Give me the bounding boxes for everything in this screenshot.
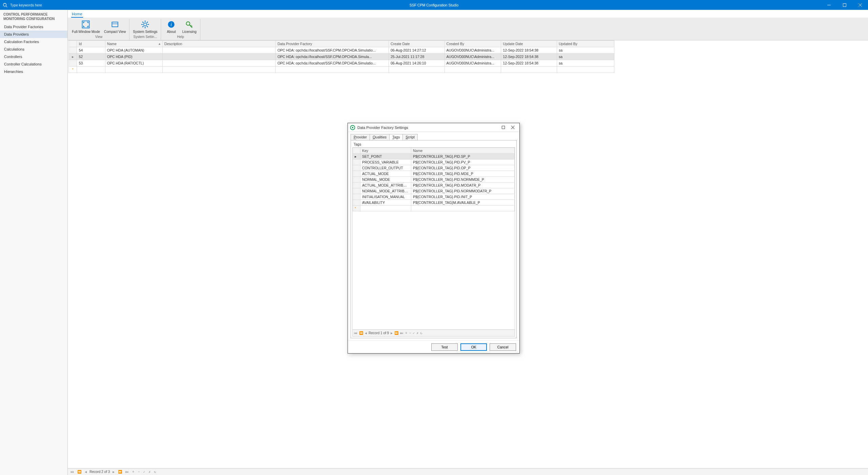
cell-created-by[interactable]: AUGOVD00NUC\Administra... bbox=[445, 60, 501, 66]
nav-commit[interactable]: ✓ bbox=[142, 470, 146, 474]
cell-update-date[interactable]: 12-Sep-2022 18:54:38 bbox=[501, 47, 557, 54]
nav-cancel[interactable]: ✗ bbox=[148, 470, 151, 474]
tags-grid[interactable]: Key Name ▸SET_POINTP${CONTROLLER_TAG}.PI… bbox=[353, 148, 515, 211]
dialog-maximize-button[interactable] bbox=[498, 124, 508, 131]
cell-created-by[interactable]: AUGOVD00NUC\Administra... bbox=[445, 47, 501, 54]
licensing-button[interactable]: Licensing bbox=[181, 19, 198, 34]
cell-updated-by[interactable]: sa bbox=[557, 54, 614, 60]
cell-name[interactable]: P${CONTROLLER_TAG}.PID.NORMMDE_P bbox=[411, 177, 515, 183]
cell-name[interactable]: P${CONTROLLER_TAG}M.AVAILABLE_P bbox=[411, 200, 515, 206]
cell-id[interactable]: 53 bbox=[77, 60, 105, 66]
nav-prev[interactable]: ◀ bbox=[84, 470, 87, 474]
col-id[interactable]: Id bbox=[77, 41, 105, 47]
ribbon-tab-home[interactable]: Home bbox=[71, 11, 83, 18]
system-settings-button[interactable]: System Settings bbox=[132, 19, 159, 34]
minimize-button[interactable] bbox=[821, 0, 837, 10]
cell-id[interactable]: 52 bbox=[77, 54, 105, 60]
cell-create-date[interactable]: 06-Aug-2021 14:26:10 bbox=[389, 60, 445, 66]
sidebar-item-calculations[interactable]: Calculations bbox=[0, 45, 67, 53]
cell-name[interactable]: P${CONTROLLER_TAG}.PID.PV_P bbox=[411, 159, 515, 165]
ok-button[interactable]: OK bbox=[460, 343, 487, 351]
nav-commit[interactable]: ✓ bbox=[413, 331, 415, 335]
table-row[interactable]: 54OPC HDA (AUTOMAN)OPC HDA: opchda://loc… bbox=[69, 47, 614, 54]
col-description[interactable]: Description bbox=[162, 41, 276, 47]
nav-next[interactable]: ▶ bbox=[112, 470, 115, 474]
col-key[interactable]: Key bbox=[360, 148, 411, 154]
nav-prev[interactable]: ◀ bbox=[365, 331, 367, 335]
cell-updated-by[interactable]: sa bbox=[557, 47, 614, 54]
cell-name[interactable]: P${CONTROLLER_TAG}.PID.NORMMODATR_P bbox=[411, 188, 515, 194]
cell-update-date[interactable]: 12-Sep-2022 18:54:38 bbox=[501, 54, 557, 60]
nav-refresh[interactable]: ↻ bbox=[153, 470, 157, 474]
col-created-by[interactable]: Created By bbox=[445, 41, 501, 47]
dialog-close-button[interactable] bbox=[508, 124, 517, 131]
sidebar-item-controllers[interactable]: Controllers bbox=[0, 53, 67, 60]
tab-script[interactable]: Script bbox=[402, 134, 418, 140]
cancel-button[interactable]: Cancel bbox=[490, 343, 516, 351]
sidebar-item-hierarchies[interactable]: Hierarchies bbox=[0, 68, 67, 75]
search-box[interactable] bbox=[0, 3, 71, 7]
cell-update-date[interactable]: 12-Sep-2022 18:54:38 bbox=[501, 60, 557, 66]
nav-remove[interactable]: − bbox=[409, 331, 411, 335]
nav-next-page[interactable]: ⏩ bbox=[394, 331, 398, 335]
new-row[interactable]: * bbox=[69, 66, 614, 73]
col-data-provider-factory[interactable]: Data Provider Factory bbox=[276, 41, 389, 47]
table-row[interactable]: ▸SET_POINTP${CONTROLLER_TAG}.PID.SP_P bbox=[353, 154, 515, 159]
full-window-mode-button[interactable]: Full-Window Mode bbox=[71, 19, 101, 34]
nav-cancel[interactable]: ✗ bbox=[416, 331, 418, 335]
nav-add[interactable]: + bbox=[132, 470, 135, 474]
cell-name[interactable]: P${CONTROLLER_TAG}.PID.MDE_P bbox=[411, 171, 515, 177]
nav-prev-page[interactable]: ⏪ bbox=[77, 470, 82, 474]
cell-name[interactable]: P${CONTROLLER_TAG}.PID.INIT_P bbox=[411, 194, 515, 200]
col-name[interactable]: Name bbox=[411, 148, 515, 154]
cell-name[interactable]: P${CONTROLLER_TAG}.PID.OP_P bbox=[411, 165, 515, 171]
cell-name[interactable]: P${CONTROLLER_TAG}.PID.MODATR_P bbox=[411, 183, 515, 188]
cell-key[interactable]: INITIALISATION_MANUAL bbox=[360, 194, 411, 200]
cell-name[interactable]: OPC HDA (AUTOMAN) bbox=[105, 47, 162, 54]
sidebar-item-data-providers[interactable]: Data Providers bbox=[0, 31, 67, 38]
new-row[interactable]: * bbox=[353, 206, 515, 211]
cell-name[interactable]: P${CONTROLLER_TAG}.PID.SP_P bbox=[411, 154, 515, 159]
cell-create-date[interactable]: 06-Aug-2021 14:27:12 bbox=[389, 47, 445, 54]
cell-key[interactable]: CONTROLLER_OUTPUT bbox=[360, 165, 411, 171]
compact-view-button[interactable]: Compact View bbox=[103, 19, 127, 34]
cell-description[interactable] bbox=[162, 60, 276, 66]
nav-last[interactable]: ⏭ bbox=[125, 470, 130, 474]
nav-add[interactable]: + bbox=[405, 331, 407, 335]
test-button[interactable]: Test bbox=[431, 343, 458, 351]
search-input[interactable] bbox=[9, 3, 71, 7]
table-row[interactable]: 53OPC HDA (RATIOCTL)OPC HDA: opchda://lo… bbox=[69, 60, 614, 66]
tab-qualities[interactable]: Qualities bbox=[370, 134, 390, 140]
cell-updated-by[interactable]: sa bbox=[557, 60, 614, 66]
col-name[interactable]: Name▲ bbox=[105, 41, 162, 47]
col-updated-by[interactable]: Updated By bbox=[557, 41, 614, 47]
cell-description[interactable] bbox=[162, 47, 276, 54]
cell-key[interactable]: AVAILABILITY bbox=[360, 200, 411, 206]
table-row[interactable]: INITIALISATION_MANUALP${CONTROLLER_TAG}.… bbox=[353, 194, 515, 200]
cell-key[interactable]: PROCESS_VARIABLE bbox=[360, 159, 411, 165]
nav-remove[interactable]: − bbox=[137, 470, 140, 474]
cell-factory[interactable]: OPC HDA: opchda://localhost/SSF.CPM.OPCH… bbox=[276, 47, 389, 54]
nav-next-page[interactable]: ⏩ bbox=[117, 470, 123, 474]
cell-factory[interactable]: OPC HDA: opchda://localhost/SSF.CPM.OPCH… bbox=[276, 60, 389, 66]
about-button[interactable]: i About bbox=[163, 19, 179, 34]
cell-id[interactable]: 54 bbox=[77, 47, 105, 54]
tab-tags[interactable]: Tags bbox=[389, 134, 403, 140]
table-row[interactable]: NORMAL_MODE_ATTRIBUTEP${CONTROLLER_TAG}.… bbox=[353, 188, 515, 194]
nav-refresh[interactable]: ↻ bbox=[420, 331, 422, 335]
cell-create-date[interactable]: 25-Jul-2021 11:17:28 bbox=[389, 54, 445, 60]
col-update-date[interactable]: Update Date bbox=[501, 41, 557, 47]
maximize-button[interactable] bbox=[837, 0, 852, 10]
table-row[interactable]: ▸52OPC HDA (PID)OPC HDA: opchda://localh… bbox=[69, 54, 614, 60]
cell-name[interactable]: OPC HDA (PID) bbox=[105, 54, 162, 60]
cell-description[interactable] bbox=[162, 54, 276, 60]
cell-key[interactable]: ACTUAL_MODE bbox=[360, 171, 411, 177]
cell-created-by[interactable]: AUGOVD00NUC\Administra... bbox=[445, 54, 501, 60]
nav-prev-page[interactable]: ⏪ bbox=[359, 331, 363, 335]
table-row[interactable]: ACTUAL_MODE_ATTRIBUTEP${CONTROLLER_TAG}.… bbox=[353, 183, 515, 188]
table-row[interactable]: ACTUAL_MODEP${CONTROLLER_TAG}.PID.MDE_P bbox=[353, 171, 515, 177]
data-providers-grid[interactable]: Id Name▲ Description Data Provider Facto… bbox=[68, 40, 614, 73]
table-row[interactable]: NORMAL_MODEP${CONTROLLER_TAG}.PID.NORMMD… bbox=[353, 177, 515, 183]
nav-next[interactable]: ▶ bbox=[391, 331, 393, 335]
sidebar-item-data-provider-factories[interactable]: Data Provider Factories bbox=[0, 23, 67, 31]
